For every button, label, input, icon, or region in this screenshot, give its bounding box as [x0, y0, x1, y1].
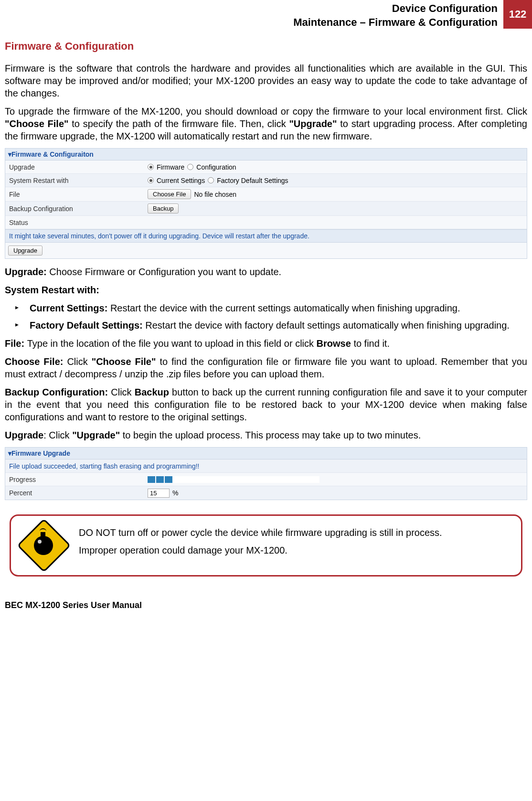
- chevron-down-icon: ▾: [8, 150, 11, 158]
- status-label: Status: [5, 217, 144, 228]
- row-percent: Percent 15 %: [5, 486, 527, 500]
- fl-b: Type in the location of the file you wan…: [27, 338, 317, 349]
- radio-configuration-label: Configuration: [196, 163, 236, 171]
- progress-label: Progress: [5, 474, 144, 485]
- p2-b: "Choose File": [5, 118, 69, 129]
- radio-configuration[interactable]: [187, 164, 193, 170]
- ul-a: Upgrade:: [5, 267, 49, 277]
- backup-label: Backup Configuration: [5, 203, 144, 214]
- bullet-factory-default: Factory Default Settings: Restart the de…: [20, 319, 527, 331]
- row-file: File Choose File No file chosen: [5, 187, 527, 202]
- panel2-title: ▾Firmware Upgrade: [5, 448, 527, 459]
- progress-cell: [216, 476, 224, 483]
- panel1-title-text: Firmware & Configuraiton: [11, 150, 94, 158]
- firmware-config-panel: ▾Firmware & Configuraiton Upgrade Firmwa…: [5, 148, 527, 259]
- ug-a: Upgrade: [5, 430, 43, 440]
- progress-cell: [234, 476, 241, 483]
- fl-d: to find it.: [351, 338, 390, 349]
- file-description: File: Type in the location of the file y…: [5, 337, 527, 350]
- intro-paragraph-2: To upgrade the firmware of the MX-1200, …: [5, 105, 527, 142]
- upgrade-button[interactable]: Upgrade: [8, 246, 43, 256]
- footer-manual-title: BEC MX-1200 Series User Manual: [0, 596, 532, 620]
- restart-heading: System Restart with:: [5, 284, 527, 296]
- progress-cell: [302, 476, 310, 483]
- header-title: Device Configuration Maintenance – Firmw…: [0, 0, 503, 29]
- row-status: Status: [5, 216, 527, 229]
- ug-c: "Upgrade": [72, 430, 120, 440]
- row-upgrade: Upgrade Firmware Configuration: [5, 160, 527, 174]
- row-progress: Progress: [5, 473, 527, 486]
- progress-cell: [294, 476, 301, 483]
- progress-cell: [242, 476, 250, 483]
- progress-cell: [208, 476, 215, 483]
- restart-options-list: Current Settings: Restart the device wit…: [5, 302, 527, 331]
- fl-c: Browse: [317, 338, 351, 349]
- b2-a: Factory Default Settings:: [30, 320, 145, 331]
- row-upload-msg: File upload succeeded, starting flash er…: [5, 459, 527, 473]
- progress-cell: [182, 476, 190, 483]
- progress-cell: [259, 476, 267, 483]
- radio-firmware-label: Firmware: [157, 163, 184, 171]
- p2-d: "Upgrade": [289, 118, 337, 129]
- upgrade-description: Upgrade: Choose Firmware or Configuratio…: [5, 266, 527, 278]
- cf-c: "Choose File": [92, 356, 156, 367]
- section-title: Firmware & Configuration: [5, 40, 527, 53]
- percent-label: Percent: [5, 487, 144, 499]
- fl-a: File:: [5, 338, 27, 349]
- bk-b: Click: [111, 387, 134, 397]
- progress-cell: [268, 476, 276, 483]
- bullet-current-settings: Current Settings: Restart the device wit…: [20, 302, 527, 314]
- choosefile-description: Choose File: Click "Choose File" to find…: [5, 355, 527, 380]
- p2-a: To upgrade the firmware of the MX-1200, …: [5, 106, 527, 117]
- restart-label: System Restart with: [5, 175, 144, 186]
- progress-bar: [148, 476, 319, 483]
- upgrade-click-description: Upgrade: Click "Upgrade" to begin the up…: [5, 429, 527, 441]
- upload-success-msg: File upload succeeded, starting flash er…: [5, 460, 203, 472]
- bomb-warning-icon: [22, 526, 65, 565]
- percent-value: 15: [148, 489, 170, 498]
- file-label: File: [5, 189, 144, 200]
- b2-b: Restart the device with factory default …: [145, 320, 510, 331]
- p2-c: to specify the path of the firmware file…: [69, 118, 289, 129]
- cf-a: Choose File:: [5, 356, 67, 367]
- progress-cell: [311, 476, 319, 483]
- warning-text: DO NOT turn off or power cycle the devic…: [79, 526, 442, 562]
- bk-a: Backup Configuration:: [5, 387, 111, 397]
- cf-b: Click: [67, 356, 91, 367]
- progress-cell: [251, 476, 258, 483]
- b1-b: Restart the device with the current sett…: [110, 303, 460, 313]
- radio-factory-label: Factory Default Settings: [217, 177, 288, 184]
- panel1-note: It might take several minutes, don't pow…: [5, 229, 527, 243]
- firmware-upgrade-progress-panel: ▾Firmware Upgrade File upload succeeded,…: [5, 447, 527, 500]
- intro-paragraph-1: Firmware is the software that controls t…: [5, 62, 527, 99]
- radio-current-label: Current Settings: [157, 177, 205, 184]
- radio-firmware[interactable]: [148, 164, 154, 170]
- progress-cell: [225, 476, 233, 483]
- progress-cell: [156, 476, 164, 483]
- header-line1: Device Configuration: [392, 2, 498, 14]
- row-backup: Backup Configuration Backup: [5, 202, 527, 216]
- progress-cell: [199, 476, 207, 483]
- page-number: 122: [503, 0, 532, 29]
- progress-cell: [148, 476, 155, 483]
- radio-current-settings[interactable]: [148, 177, 154, 183]
- bk-c: Backup: [135, 387, 169, 397]
- page-header: Device Configuration Maintenance – Firmw…: [0, 0, 532, 29]
- choose-file-button[interactable]: Choose File: [148, 189, 191, 199]
- backup-button[interactable]: Backup: [148, 203, 179, 214]
- panel2-title-text: Firmware Upgrade: [11, 449, 70, 457]
- radio-factory-default[interactable]: [208, 177, 214, 183]
- row-restart: System Restart with Current Settings Fac…: [5, 174, 527, 187]
- ul-b: Choose Firmware or Configuration you wan…: [49, 267, 281, 277]
- header-line2: Maintenance – Firmware & Configuration: [293, 16, 498, 28]
- progress-cell: [173, 476, 181, 483]
- progress-cell: [165, 476, 172, 483]
- backup-description: Backup Configuration: Click Backup butto…: [5, 386, 527, 423]
- b1-a: Current Settings:: [30, 303, 110, 313]
- progress-cell: [285, 476, 293, 483]
- progress-cell: [191, 476, 198, 483]
- ug-d: to begin the upload process. This proces…: [120, 430, 421, 440]
- progress-cell: [277, 476, 284, 483]
- warning-box: DO NOT turn off or power cycle the devic…: [10, 514, 522, 577]
- percent-suffix: %: [172, 489, 178, 497]
